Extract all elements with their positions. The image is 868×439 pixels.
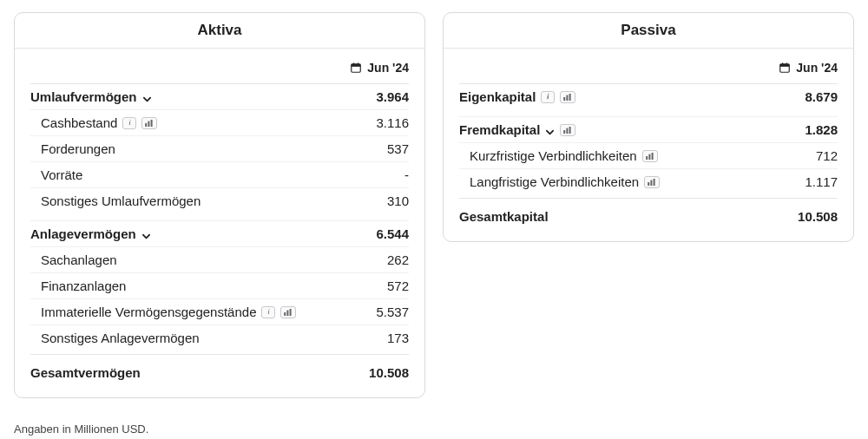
aktiva-total-value: 10.508 [369,365,409,380]
sach-value: 262 [387,252,409,267]
aktiva-total-label: Gesamtvermögen [30,365,141,380]
eigenkapital-label: Eigenkapital [459,89,536,104]
row-finanzanlagen: Finanzanlagen 572 [30,272,409,298]
svg-rect-13 [786,62,787,65]
forderungen-value: 537 [387,141,409,156]
umlauf-value: 3.964 [376,89,409,104]
svg-rect-11 [780,64,790,67]
lang-label: Langfristige Verbindlichkeiten [470,174,639,189]
row-sonstiges-umlauf: Sonstiges Umlaufvermögen 310 [30,187,409,213]
aktiva-card: Aktiva Jun '24 Umlaufvermögen 3.964 [14,12,425,398]
row-immaterielle: Immaterielle Vermögensgegenstände 5.537 [30,298,409,324]
passiva-title: Passiva [444,13,853,49]
svg-rect-19 [569,127,571,134]
svg-rect-7 [285,312,286,316]
chevron-down-icon [141,229,151,239]
calendar-icon [350,62,362,74]
passiva-period: Jun '24 [459,52,838,83]
svg-rect-8 [287,310,289,315]
svg-rect-5 [148,121,150,126]
chart-icon[interactable] [280,306,296,318]
vorraete-value: - [404,167,409,182]
row-forderungen: Forderungen 537 [30,135,409,161]
svg-rect-1 [352,64,361,67]
row-kurzfristige: Kurzfristige Verbindlichkeiten 712 [459,142,838,168]
svg-rect-17 [564,130,566,134]
immat-value: 5.537 [376,305,409,319]
row-anlagevermoegen[interactable]: Anlagevermögen 6.544 [30,220,409,246]
cash-value: 3.116 [376,115,409,130]
svg-rect-2 [353,62,354,65]
svg-rect-21 [648,154,650,159]
svg-rect-16 [569,94,571,101]
info-icon[interactable] [261,306,275,318]
chart-icon[interactable] [560,91,575,103]
lang-value: 1.117 [805,174,838,189]
kurz-value: 712 [816,148,838,163]
period-label: Jun '24 [796,61,838,75]
svg-rect-25 [654,179,655,186]
cash-label: Cashbestand [41,115,117,130]
info-icon[interactable] [122,117,136,129]
umlauf-label: Umlaufvermögen [30,89,137,104]
period-label: Jun '24 [367,61,409,75]
chart-icon[interactable] [141,117,157,129]
svg-rect-6 [151,120,153,127]
row-cashbestand: Cashbestand 3.116 [30,109,409,135]
svg-rect-12 [782,62,783,65]
sach-label: Sachanlagen [41,252,117,267]
row-eigenkapital: Eigenkapital 8.679 [459,83,838,109]
chart-icon[interactable] [560,124,575,136]
chart-icon[interactable] [642,150,658,162]
kurz-label: Kurzfristige Verbindlichkeiten [470,148,637,163]
forderungen-label: Forderungen [41,141,115,156]
svg-rect-4 [146,123,148,127]
eigenkapital-value: 8.679 [805,89,838,104]
svg-rect-9 [290,309,292,316]
row-sachanlagen: Sachanlagen 262 [30,246,409,272]
sonst-umlauf-label: Sonstiges Umlaufvermögen [41,193,201,208]
sonst-umlauf-value: 310 [387,193,409,208]
svg-rect-18 [567,128,569,133]
fremdkapital-value: 1.828 [805,122,838,137]
chevron-down-icon [545,125,555,134]
row-gesamtvermoegen: Gesamtvermögen 10.508 [30,354,409,385]
row-langfristige: Langfristige Verbindlichkeiten 1.117 [459,168,838,194]
fremdkapital-label: Fremdkapital [459,122,540,137]
svg-rect-22 [651,153,653,160]
anlage-label: Anlagevermögen [30,226,136,241]
svg-rect-24 [651,180,653,185]
calendar-icon [779,62,791,74]
footnote: Angaben in Millionen USD. [14,423,854,436]
info-icon[interactable] [541,91,555,103]
chart-icon[interactable] [644,176,660,188]
finanz-label: Finanzanlagen [41,278,126,293]
vorraete-label: Vorräte [41,167,82,182]
aktiva-title: Aktiva [15,13,424,49]
row-sonstiges-anlage: Sonstiges Anlagevermögen 173 [30,324,409,351]
immat-label: Immaterielle Vermögensgegenstände [41,305,256,319]
svg-rect-14 [564,97,566,101]
anlage-value: 6.544 [376,226,409,241]
passiva-total-value: 10.508 [798,209,838,224]
sonst-anlage-label: Sonstiges Anlagevermögen [41,331,200,345]
sonst-anlage-value: 173 [387,331,409,345]
svg-rect-15 [567,95,569,100]
row-fremdkapital[interactable]: Fremdkapital 1.828 [459,116,838,142]
chevron-down-icon [142,92,152,102]
passiva-card: Passiva Jun '24 Eigenkapital 8.679 [443,12,854,242]
row-vorraete: Vorräte - [30,161,409,187]
passiva-total-label: Gesamtkapital [459,209,549,224]
svg-rect-3 [358,62,358,65]
row-gesamtkapital: Gesamtkapital 10.508 [459,198,838,229]
svg-rect-23 [648,182,649,186]
row-umlaufvermoegen[interactable]: Umlaufvermögen 3.964 [30,83,409,109]
aktiva-period: Jun '24 [30,52,409,83]
svg-rect-20 [646,156,648,160]
finanz-value: 572 [387,278,409,293]
